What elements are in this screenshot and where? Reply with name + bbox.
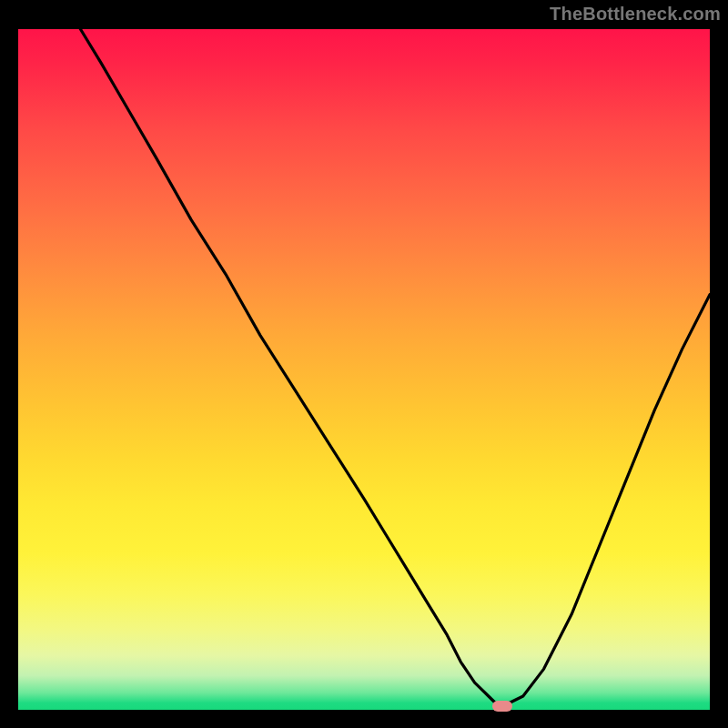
watermark-text: TheBottleneck.com [550,4,721,25]
bottleneck-curve [80,29,710,703]
plot-frame [18,29,710,710]
chart-root: TheBottleneck.com [0,0,728,728]
curve-layer [18,29,710,710]
optimal-marker [492,701,512,712]
